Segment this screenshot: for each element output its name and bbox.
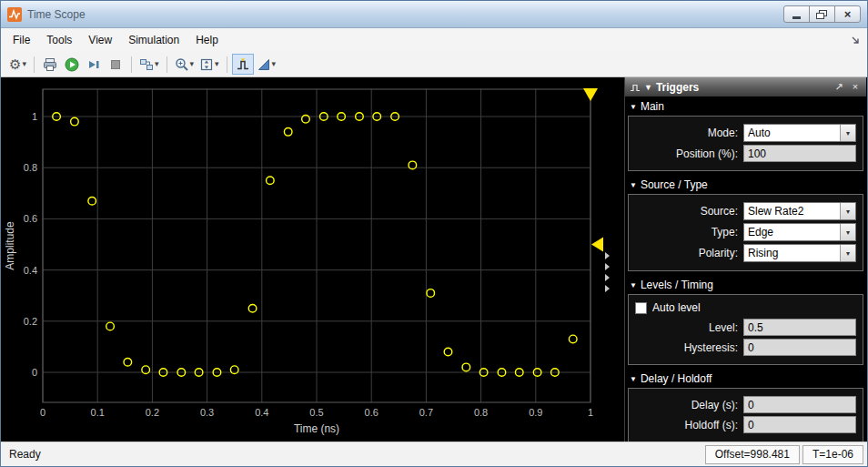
menu-item-view[interactable]: View (80, 28, 120, 52)
panel-undock-button[interactable]: ↗ (833, 82, 845, 92)
titlebar[interactable]: Time Scope × (1, 1, 867, 28)
svg-text:0.7: 0.7 (419, 407, 433, 418)
measurements-button[interactable]: ▾ (254, 54, 279, 75)
section-header-delay-holdoff[interactable]: ▼ Delay / Holdoff (625, 369, 866, 387)
svg-text:0.3: 0.3 (200, 407, 214, 418)
level-input[interactable] (743, 319, 856, 336)
section-header-source-type[interactable]: ▼ Source / Type (625, 175, 866, 193)
section-title: Source / Type (641, 178, 708, 191)
section-title: Delay / Holdoff (641, 372, 712, 385)
chevron-down-icon: ▾ (190, 60, 195, 68)
menu-item-tools[interactable]: Tools (38, 28, 80, 52)
toolbar: ⚙ ▾ ▾ ▾ ▾ (1, 52, 867, 77)
triggers-panel-header[interactable]: ▼ Triggers ↗ × (625, 77, 866, 96)
step-forward-icon (86, 57, 101, 72)
measurements-icon (257, 57, 271, 72)
delay-input[interactable] (743, 396, 856, 413)
menu-item-help[interactable]: Help (187, 28, 227, 52)
menubar: File Tools View Simulation Help (1, 28, 867, 52)
section-collapse-icon: ▼ (630, 281, 637, 289)
holdoff-label: Holdoff (s): (632, 419, 738, 431)
collapse-arrow-icon (605, 285, 610, 292)
menu-item-file[interactable]: File (5, 28, 38, 52)
zoom-in-button[interactable]: ▾ (172, 54, 197, 75)
holdoff-input[interactable] (743, 416, 856, 433)
svg-text:0.8: 0.8 (474, 407, 488, 418)
collapse-arrow-icon (605, 274, 610, 281)
chevron-down-icon[interactable]: ▾ (840, 224, 855, 240)
step-forward-button[interactable] (83, 54, 105, 75)
type-label: Type: (632, 226, 738, 239)
chevron-down-icon: ▾ (215, 60, 219, 68)
minimize-button[interactable] (783, 5, 810, 23)
trigger-button[interactable] (232, 54, 254, 75)
mode-label: Mode: (632, 127, 738, 139)
close-button[interactable]: × (834, 5, 861, 23)
configuration-settings-button[interactable]: ⚙ ▾ (6, 54, 29, 75)
section-title: Levels / Timing (641, 279, 713, 291)
scope-display: 00.10.20.30.40.50.60.70.80.9100.20.40.60… (1, 77, 624, 442)
section-header-levels-timing[interactable]: ▼ Levels / Timing (625, 275, 866, 293)
mode-select[interactable]: Auto ▾ (743, 124, 856, 142)
fit-to-view-icon (199, 57, 214, 72)
section-body-main: Mode: Auto ▾ Position (%): (628, 116, 863, 171)
span-view-button[interactable]: ▾ (197, 54, 222, 75)
svg-text:0.8: 0.8 (24, 162, 37, 173)
section-body-source-type: Source: Slew Rate2 ▾ Type: Edge ▾ Polari… (628, 194, 863, 271)
toolbar-separator (131, 56, 132, 73)
svg-text:0.6: 0.6 (24, 213, 37, 224)
time-scope-window: Time Scope × File Tools View Simulation … (0, 0, 868, 467)
maximize-button[interactable] (809, 5, 835, 23)
stop-button[interactable] (105, 54, 126, 75)
panel-close-button[interactable]: × (849, 82, 862, 92)
triggers-panel: ▼ Triggers ↗ × ▼ Main Mode: Auto ▾ (624, 77, 866, 442)
scope-plot[interactable]: 00.10.20.30.40.50.60.70.80.9100.20.40.60… (1, 77, 624, 442)
restore-icon (816, 10, 828, 19)
svg-text:Time (ns): Time (ns) (294, 422, 339, 435)
section-header-main[interactable]: ▼ Main (625, 96, 866, 115)
auto-level-checkbox[interactable] (635, 302, 647, 314)
window-title: Time Scope (27, 8, 784, 21)
svg-text:1: 1 (32, 111, 37, 122)
run-icon (65, 57, 79, 72)
position-input[interactable] (743, 145, 856, 162)
polarity-select[interactable]: Rising ▾ (743, 244, 856, 262)
section-body-levels-timing: Auto level Level: Hysteresis: (628, 294, 863, 365)
chevron-down-icon[interactable]: ▾ (840, 125, 855, 141)
source-select[interactable]: Slew Rate2 ▾ (743, 202, 856, 220)
hysteresis-label: Hysteresis: (632, 341, 738, 354)
dock-arrow-button[interactable] (849, 34, 862, 46)
app-icon (7, 7, 22, 22)
status-offset: Offset=998.481 (705, 445, 800, 464)
svg-text:0.4: 0.4 (24, 265, 37, 276)
trigger-panel-icon (630, 82, 641, 93)
position-label: Position (%): (632, 147, 738, 160)
toolbar-separator (227, 56, 227, 73)
svg-text:0.2: 0.2 (24, 316, 37, 327)
hysteresis-input[interactable] (743, 339, 856, 356)
print-button[interactable] (39, 54, 61, 75)
menu-item-simulation[interactable]: Simulation (120, 28, 187, 52)
stop-icon (108, 57, 123, 72)
panel-collapse-arrows[interactable] (605, 250, 610, 294)
svg-text:0.2: 0.2 (146, 407, 159, 418)
section-body-delay-holdoff: Delay (s): Holdoff (s): (628, 388, 863, 442)
chevron-down-icon[interactable]: ▾ (840, 203, 855, 219)
svg-text:0.9: 0.9 (529, 407, 542, 418)
svg-text:0: 0 (40, 407, 45, 418)
type-select[interactable]: Edge ▾ (743, 223, 856, 241)
run-button[interactable] (61, 54, 83, 75)
collapse-arrow-icon (605, 263, 610, 270)
level-label: Level: (632, 321, 738, 334)
block-diagram-icon (139, 57, 154, 72)
panel-collapse-icon[interactable]: ▼ (644, 83, 652, 92)
simulation-step-options-button[interactable]: ▾ (136, 54, 162, 75)
gear-icon: ⚙ (9, 57, 21, 71)
close-icon: × (844, 8, 852, 20)
auto-level-label: Auto level (652, 301, 701, 314)
source-label: Source: (632, 205, 738, 218)
status-time: T=1e-06 (802, 445, 863, 464)
chevron-down-icon: ▾ (272, 60, 277, 68)
chevron-down-icon[interactable]: ▾ (840, 245, 855, 261)
statusbar: Ready Offset=998.481 T=1e-06 (1, 442, 867, 466)
